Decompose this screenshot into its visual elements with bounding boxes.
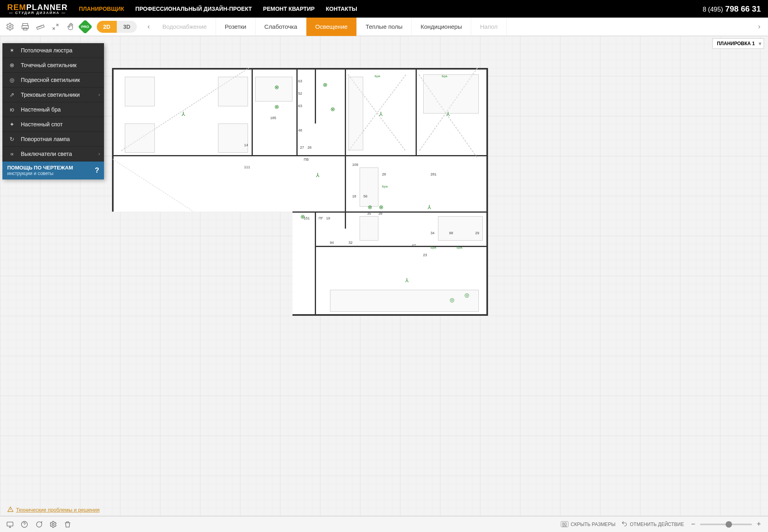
warning-icon [7, 506, 14, 514]
sidepanel-help[interactable]: ? ПОМОЩЬ ПО ЧЕРТЕЖАМ инструкции и советы [2, 161, 104, 179]
svg-rect-1 [23, 23, 28, 26]
wallbra-icon: ю [7, 106, 17, 113]
nav-planner[interactable]: ПЛАНИРОВЩИК [79, 6, 124, 12]
nav-design[interactable]: ПРОФЕССИОНАЛЬНЫЙ ДИЗАЙН-ПРОЕКТ [135, 6, 252, 12]
svg-rect-5 [7, 522, 13, 526]
nav-contacts[interactable]: КОНТАКТЫ [326, 6, 357, 12]
zoom-out-button[interactable]: − [690, 520, 697, 528]
category-tabs: ‹ Водоснабжение Розетки Слаботочка Освещ… [144, 18, 764, 36]
tab-lowvoltage[interactable]: Слаботочка [256, 18, 306, 36]
sidepanel-item-label: Точечный светильник [21, 62, 76, 68]
dim-label: 39 [378, 211, 382, 215]
dim-label: 18 [352, 194, 356, 198]
bra-label: Бра [456, 246, 462, 249]
chevron-right-icon: › [98, 92, 100, 98]
chat-icon[interactable] [34, 520, 43, 529]
dim-label: ПВ [304, 157, 308, 161]
view-2d-button[interactable]: 2D [97, 21, 117, 33]
dim-label: 28 [382, 172, 386, 176]
sidepanel-item-wallspot[interactable]: ✦ Настенный спот [2, 117, 104, 132]
sidepanel-item-label: Поворотная лампа [21, 136, 70, 142]
tab-sockets[interactable]: Розетки [216, 18, 256, 36]
svg-point-0 [9, 26, 11, 28]
sidepanel-item-wallbra[interactable]: ю Настенный бра [2, 102, 104, 117]
tab-ac[interactable]: Кондиционеры [412, 18, 471, 36]
bra-label: Бра [382, 185, 388, 188]
undo-icon [621, 520, 628, 528]
nav-renovate[interactable]: РЕМОНТ КВАРТИР [263, 6, 315, 12]
hide-dimensions-button[interactable]: 80 СКРЫТЬ РАЗМЕРЫ [561, 521, 616, 527]
help-subtitle: инструкции и советы [7, 171, 99, 176]
zoom-slider[interactable] [700, 524, 752, 525]
logo-subtitle: — СТУДИЯ ДИЗАЙНА — [7, 11, 68, 15]
sidepanel-item-label: Настенный бра [21, 106, 61, 113]
tab-heating[interactable]: Теплые полы [357, 18, 412, 36]
zoom-slider-thumb[interactable] [726, 521, 732, 528]
track-icon: ⇗ [7, 92, 17, 98]
sidepanel-item-spotlight[interactable]: ⊗ Точечный светильник [2, 58, 104, 73]
tabs-scroll-left-icon[interactable]: ‹ [144, 18, 154, 36]
tech-issues-link[interactable]: Технические проблемы и решения [7, 506, 100, 514]
dim-label: 185 [270, 116, 276, 120]
tab-water[interactable]: Водоснабжение [154, 18, 216, 36]
zoom-control: − + [690, 520, 762, 528]
spotlight-icon: ⊗ [7, 62, 17, 68]
statusbar: 80 СКРЫТЬ РАЗМЕРЫ ОТМЕНИТЬ ДЕЙСТВИЕ − + [0, 516, 768, 532]
sidepanel-item-rotlamp[interactable]: ↻ Поворотная лампа [2, 132, 104, 147]
phone-area: 8 (495) [703, 6, 723, 13]
sidepanel-item-track[interactable]: ⇗ Трековые светильники › [2, 88, 104, 102]
dim-label: 29 [475, 231, 479, 235]
floorplan[interactable]: ⅄ ⊗ ⊗ ⊗ ⊗ ⅄ ⅄ ⅄ ⊗ ⊗⊗ ⅄ ⅄ ◎ ◎ Бра Бра Бра… [112, 68, 488, 316]
trash-icon[interactable] [63, 520, 72, 529]
sidepanel-item-label: Трековые светильники [21, 92, 80, 98]
undo-button[interactable]: ОТМЕНИТЬ ДЕЙСТВИЕ [621, 520, 684, 528]
zoom-in-button[interactable]: + [755, 520, 762, 528]
help-icon[interactable] [20, 520, 29, 529]
print-icon[interactable] [19, 21, 31, 33]
logo-part-rem: REM [7, 3, 26, 12]
dim-label: 56 [363, 194, 367, 198]
dim-label: ПГ [319, 216, 323, 220]
sidepanel-item-chandelier[interactable]: ✶ Потолочная люстра [2, 43, 104, 58]
sidepanel-item-switches[interactable]: ∝ Выключатели света › [2, 147, 104, 161]
wallspot-icon: ✦ [7, 121, 17, 128]
ruler-icon[interactable] [34, 21, 46, 33]
dim-label: 28 [308, 145, 312, 149]
svg-point-7 [52, 523, 54, 525]
view-switch: 2D 3D [97, 21, 137, 33]
dim-label: 34 [430, 231, 434, 235]
dim-label: 98 [449, 231, 453, 235]
sidepanel-item-label: Потолочная люстра [21, 47, 72, 54]
lighting-sidepanel: ✶ Потолочная люстра ⊗ Точечный светильни… [2, 43, 104, 179]
dim-label: 125 [356, 60, 362, 64]
hand-icon[interactable] [65, 21, 77, 33]
bra-label: Бра [442, 74, 447, 78]
dim-label: 233 [404, 60, 410, 64]
phone[interactable]: 8 (495) 798 66 31 [703, 4, 761, 14]
dim-label: 32 [348, 241, 352, 245]
tabs-scroll-right-icon[interactable]: › [754, 18, 764, 36]
pendant-icon: ◎ [7, 77, 17, 83]
sidepanel-item-label: Настенный спот [21, 121, 63, 128]
dim-label: 63 [298, 79, 302, 83]
tab-floor[interactable]: Напол [471, 18, 507, 36]
sidepanel-item-pendant[interactable]: ◎ Подвесной светильник [2, 73, 104, 88]
bra-label: Бра [430, 246, 436, 249]
layout-selector[interactable]: ПЛАНИРОВКА 1 [712, 38, 764, 49]
help-question-icon: ? [95, 166, 99, 175]
dim-label: 75 [453, 60, 457, 64]
pro-badge[interactable]: PRO [78, 19, 93, 34]
dim-label: 48 [298, 128, 302, 132]
svg-rect-3 [23, 28, 27, 30]
view-3d-button[interactable]: 3D [117, 21, 137, 33]
tech-issues-label: Технические проблемы и решения [16, 507, 100, 513]
logo[interactable]: REMPLANNER — СТУДИЯ ДИЗАЙНА — [7, 3, 68, 15]
tab-lighting[interactable]: Освещение [306, 18, 357, 36]
gear-icon[interactable] [49, 520, 58, 529]
tools-icon[interactable] [50, 21, 62, 33]
canvas-workspace[interactable]: ⅄ ⊗ ⊗ ⊗ ⊗ ⅄ ⅄ ⅄ ⊗ ⊗⊗ ⅄ ⅄ ◎ ◎ Бра Бра Бра… [0, 36, 768, 516]
dim-label: 109 [352, 163, 358, 167]
screen-icon[interactable] [6, 520, 14, 529]
settings-gear-icon[interactable] [4, 21, 16, 33]
help-title: ПОМОЩЬ ПО ЧЕРТЕЖАМ [7, 165, 99, 171]
